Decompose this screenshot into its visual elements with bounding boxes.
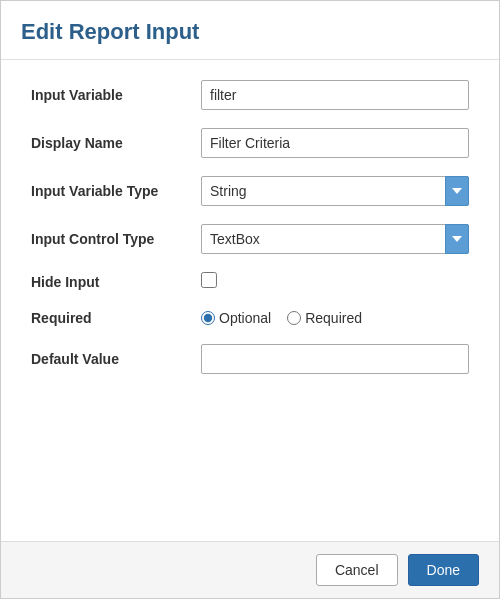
done-button[interactable]: Done [408,554,479,586]
dialog-footer: Cancel Done [1,541,499,598]
display-name-label: Display Name [31,135,201,151]
optional-radio[interactable] [201,311,215,325]
input-control-type-label: Input Control Type [31,231,201,247]
input-control-type-row: Input Control Type TextBox DropDown Chec… [31,224,469,254]
required-row: Required Optional Required [31,310,469,326]
dialog-title: Edit Report Input [21,19,479,45]
input-variable-row: Input Variable [31,80,469,110]
required-radio-label[interactable]: Required [287,310,362,326]
hide-input-label: Hide Input [31,274,201,290]
hide-input-row: Hide Input [31,272,469,292]
optional-radio-label[interactable]: Optional [201,310,271,326]
default-value-row: Default Value [31,344,469,374]
input-control-type-wrapper: TextBox DropDown CheckBox DatePicker [201,224,469,254]
default-value-field[interactable] [201,344,469,374]
edit-report-input-dialog: Edit Report Input Input Variable Display… [0,0,500,599]
input-variable-type-row: Input Variable Type String Integer Boole… [31,176,469,206]
required-radio-group: Optional Required [201,310,469,326]
display-name-field[interactable] [201,128,469,158]
default-value-control [201,344,469,374]
required-radio[interactable] [287,311,301,325]
input-variable-type-label: Input Variable Type [31,183,201,199]
required-label: Required [31,310,201,326]
display-name-control [201,128,469,158]
required-radio-text: Required [305,310,362,326]
display-name-row: Display Name [31,128,469,158]
input-control-type-select[interactable]: TextBox DropDown CheckBox DatePicker [201,224,469,254]
input-variable-type-select[interactable]: String Integer Boolean Date [201,176,469,206]
input-variable-type-wrapper: String Integer Boolean Date [201,176,469,206]
input-variable-control [201,80,469,110]
input-control-type-control: TextBox DropDown CheckBox DatePicker [201,224,469,254]
cancel-button[interactable]: Cancel [316,554,398,586]
optional-radio-text: Optional [219,310,271,326]
hide-input-control [201,272,469,292]
input-variable-type-control: String Integer Boolean Date [201,176,469,206]
input-variable-label: Input Variable [31,87,201,103]
required-control: Optional Required [201,310,469,326]
hide-input-checkbox[interactable] [201,272,217,288]
dialog-body: Input Variable Display Name Input Variab… [1,60,499,541]
dialog-header: Edit Report Input [1,1,499,60]
default-value-label: Default Value [31,351,201,367]
input-variable-field[interactable] [201,80,469,110]
